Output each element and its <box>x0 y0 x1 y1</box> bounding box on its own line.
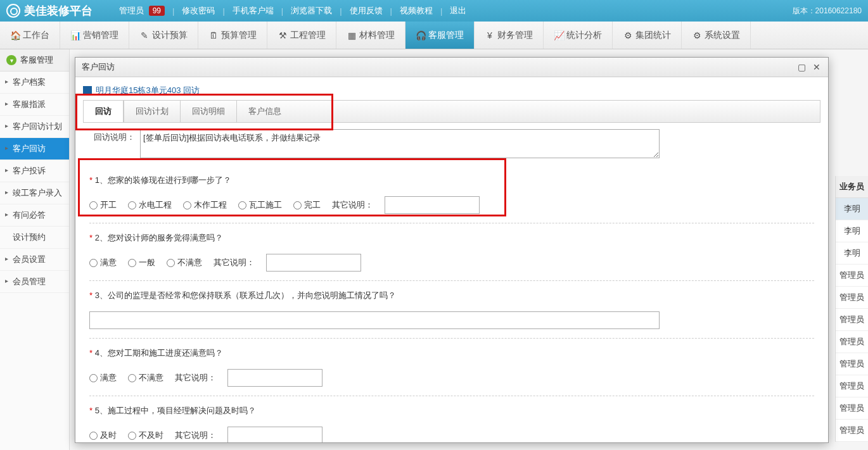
dialog-tab[interactable]: 客户信息 <box>236 101 293 122</box>
top-link[interactable]: 使用反馈 <box>342 5 390 16</box>
sidebar-item[interactable]: 会员设置 <box>0 249 69 271</box>
sidebar-item[interactable]: 客户档案 <box>0 72 69 94</box>
sidebar-item[interactable]: 竣工客户录入 <box>0 182 69 204</box>
question-block: * 3、公司的监理是否经常和您保持联系（联系过几次），并向您说明施工情况了吗？ <box>89 281 814 339</box>
nav-item[interactable]: 📈统计分析 <box>544 22 613 49</box>
option-label[interactable]: 满意 <box>89 372 117 384</box>
option-label[interactable]: 开工 <box>89 199 117 211</box>
sidebar-item[interactable]: 客户回访计划 <box>0 116 69 138</box>
option-radio[interactable] <box>89 201 98 209</box>
note-row: 回访说明： [签单后回访]根据回访表电话联系，并做结果记录 <box>89 129 814 158</box>
option-radio[interactable] <box>89 374 98 382</box>
option-label[interactable]: 瓦工施工 <box>238 199 282 211</box>
nav-item[interactable]: ⚙集团统计 <box>613 22 682 49</box>
top-link[interactable]: 修改密码 <box>174 5 222 16</box>
top-link[interactable]: 视频教程 <box>392 5 440 16</box>
option-text: 木作工程 <box>194 199 227 211</box>
option-label[interactable]: 不及时 <box>128 430 163 441</box>
sidebar-title: 客服管理 <box>20 54 53 66</box>
top-link[interactable]: 浏览器下载 <box>283 5 340 16</box>
admin-link[interactable]: 管理员 99 <box>112 5 172 16</box>
option-text: 完工 <box>304 199 321 211</box>
right-panel: 业务员 李明李明李明管理员管理员管理员管理员管理员管理员管理员管理员 <box>835 176 868 442</box>
option-radio[interactable] <box>238 201 246 209</box>
right-panel-item[interactable]: 李明 <box>836 220 868 242</box>
option-radio[interactable] <box>128 374 136 382</box>
nav-item[interactable]: ¥财务管理 <box>475 22 544 49</box>
question-block: * 2、您对设计师的服务觉得满意吗？满意一般不满意其它说明： <box>89 223 814 281</box>
option-label[interactable]: 木作工程 <box>183 199 227 211</box>
right-panel-item[interactable]: 管理员 <box>836 265 868 287</box>
options-row: 满意一般不满意其它说明： <box>89 254 814 272</box>
note-label: 回访说明： <box>89 129 135 143</box>
nav-item[interactable]: ▦材料管理 <box>336 22 405 49</box>
right-panel-item[interactable]: 李明 <box>836 242 868 265</box>
nav-item[interactable]: ✎设计预算 <box>129 22 198 49</box>
option-label[interactable]: 水电工程 <box>128 199 172 211</box>
note-textarea[interactable]: [签单后回访]根据回访表电话联系，并做结果记录 <box>140 129 660 158</box>
maximize-icon[interactable]: ▢ <box>796 62 807 72</box>
other-input[interactable] <box>227 427 322 442</box>
sidebar-item[interactable]: 客户投诉 <box>0 160 69 182</box>
nav-label: 设计预算 <box>152 30 188 41</box>
sidebar-item[interactable]: 设计预约 <box>0 227 69 249</box>
other-input[interactable] <box>385 196 480 214</box>
option-radio[interactable] <box>183 201 191 209</box>
collapse-icon[interactable]: ▾ <box>6 55 16 65</box>
right-panel-item[interactable]: 管理员 <box>836 353 868 375</box>
top-link[interactable]: 退出 <box>442 5 474 16</box>
other-input[interactable] <box>266 254 361 272</box>
sidebar-item[interactable]: 客户回访 <box>0 138 69 160</box>
top-bar: 美佳装修平台 管理员 99 | 修改密码 | 手机客户端 | 浏览器下载 | 使… <box>0 0 868 22</box>
nav-icon: ✎ <box>139 30 150 41</box>
option-radio[interactable] <box>293 201 302 209</box>
answer-input[interactable] <box>89 311 660 329</box>
right-panel-item[interactable]: 管理员 <box>836 397 868 420</box>
dialog-body: 明月华庭15栋3单元403 回访 回访回访计划回访明细客户信息 回访说明： [签… <box>75 77 828 442</box>
options-row: 满意不满意其它说明： <box>89 369 814 387</box>
nav-item[interactable]: ⚙系统设置 <box>682 22 751 49</box>
option-radio[interactable] <box>128 432 136 440</box>
options-row: 及时不及时其它说明： <box>89 427 814 442</box>
option-radio[interactable] <box>167 259 175 267</box>
right-panel-item[interactable]: 管理员 <box>836 331 868 353</box>
option-radio[interactable] <box>128 201 136 209</box>
dialog-tab[interactable]: 回访计划 <box>124 101 180 122</box>
other-input[interactable] <box>227 369 322 387</box>
option-label[interactable]: 及时 <box>89 430 117 441</box>
right-panel-item[interactable]: 李明 <box>836 198 868 220</box>
nav-item[interactable]: 🏠工作台 <box>0 22 60 49</box>
nav-item[interactable]: 📊营销管理 <box>60 22 129 49</box>
sidebar-item[interactable]: 有问必答 <box>0 204 69 227</box>
other-label: 其它说明： <box>175 430 216 441</box>
option-label[interactable]: 不满意 <box>128 372 163 384</box>
option-label[interactable]: 完工 <box>293 199 321 211</box>
option-text: 满意 <box>100 257 117 268</box>
nav-item[interactable]: 🎧客服管理 <box>405 22 475 49</box>
question-title: * 4、您对工期和施工进度还满意吗？ <box>89 347 814 359</box>
option-label[interactable]: 一般 <box>128 257 155 268</box>
top-link[interactable]: 手机客户端 <box>225 5 281 16</box>
option-radio[interactable] <box>89 259 98 267</box>
dialog-tab[interactable]: 回访 <box>84 101 124 122</box>
nav-icon: 📈 <box>554 30 564 41</box>
right-panel-item[interactable]: 管理员 <box>836 375 868 397</box>
option-radio[interactable] <box>128 259 136 267</box>
dialog-subtitle-text: 明月华庭15栋3单元403 回访 <box>96 85 200 96</box>
right-panel-item[interactable]: 管理员 <box>836 420 868 442</box>
sidebar-item[interactable]: 会员管理 <box>0 271 69 293</box>
nav-item[interactable]: 🗓预算管理 <box>198 22 267 49</box>
close-icon[interactable]: ✕ <box>812 62 822 72</box>
option-label[interactable]: 不满意 <box>167 257 202 268</box>
dialog-tab[interactable]: 回访明细 <box>180 101 236 122</box>
right-panel-item[interactable]: 管理员 <box>836 287 868 309</box>
sidebar-item[interactable]: 客服指派 <box>0 94 69 116</box>
right-panel-item[interactable]: 管理员 <box>836 309 868 331</box>
option-label[interactable]: 满意 <box>89 257 117 268</box>
dialog-subtitle: 明月华庭15栋3单元403 回访 <box>83 85 820 96</box>
option-text: 及时 <box>100 430 117 441</box>
option-radio[interactable] <box>89 432 98 440</box>
nav-icon: 📊 <box>70 30 80 41</box>
nav-item[interactable]: ⚒工程管理 <box>267 22 336 49</box>
right-panel-header: 业务员 <box>836 176 868 198</box>
